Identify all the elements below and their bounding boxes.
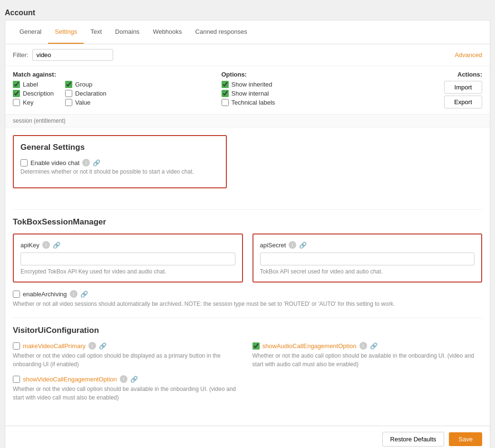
archiving-section: enableArchiving i 🔗 Whether or not all v… bbox=[13, 290, 482, 308]
breadcrumb: session (entitlement) bbox=[5, 115, 490, 127]
api-secret-info-icon[interactable]: i bbox=[289, 241, 296, 249]
tab-text[interactable]: Text bbox=[84, 20, 108, 44]
match-key-text: Key bbox=[23, 99, 33, 106]
match-value-text: Value bbox=[75, 99, 90, 106]
enable-video-chat-item: Enable video chat i 🔗 Determines whether… bbox=[20, 159, 219, 175]
show-video-engagement-desc: Whether or not the video call option sho… bbox=[13, 385, 243, 402]
enable-video-chat-checkbox[interactable] bbox=[20, 159, 28, 166]
save-button[interactable]: Save bbox=[449, 432, 482, 446]
tokbox-fields-grid: apiKey i 🔗 Encrypted TokBox API Key used… bbox=[13, 234, 482, 282]
technical-labels-text: Technical labels bbox=[232, 99, 275, 106]
make-video-primary-item: makeVideoCallPrimary i 🔗 Whether or not … bbox=[13, 342, 243, 369]
archiving-checkbox[interactable] bbox=[13, 291, 20, 298]
make-video-primary-checkbox[interactable] bbox=[13, 342, 20, 350]
api-key-desc: Encrypted TokBox API Key used for video … bbox=[20, 268, 235, 275]
api-secret-link-icon[interactable]: 🔗 bbox=[299, 242, 307, 249]
enable-video-chat-info-icon[interactable]: i bbox=[82, 159, 90, 166]
archiving-desc: Whether or not all video sessions should… bbox=[13, 300, 482, 308]
show-audio-engagement-item: showAudioCallEngagementOption i 🔗 Whethe… bbox=[252, 342, 483, 369]
restore-defaults-button[interactable]: Restore Defaults bbox=[382, 432, 445, 447]
api-key-info-icon[interactable]: i bbox=[42, 241, 50, 249]
actions-title: Actions: bbox=[457, 71, 482, 78]
show-video-engagement-checkbox[interactable] bbox=[13, 376, 20, 383]
enable-video-chat-link-icon[interactable]: 🔗 bbox=[93, 159, 100, 166]
show-audio-engagement-checkbox[interactable] bbox=[252, 342, 260, 350]
api-secret-desc: TokBox API secret used for video and aut… bbox=[260, 268, 475, 275]
filter-input[interactable] bbox=[32, 49, 113, 61]
show-audio-engagement-link-icon[interactable]: 🔗 bbox=[370, 342, 378, 350]
show-inherited-text: Show inherited bbox=[232, 81, 272, 88]
export-button[interactable]: Export bbox=[444, 96, 482, 108]
advanced-link[interactable]: Advanced bbox=[455, 51, 482, 58]
enable-video-chat-label: Enable video chat bbox=[30, 159, 79, 166]
options-title: Options: bbox=[222, 71, 430, 78]
show-audio-engagement-desc: Whether or not the autio call option sho… bbox=[252, 351, 483, 369]
api-secret-input[interactable] bbox=[260, 253, 475, 265]
show-audio-engagement-info-icon[interactable]: i bbox=[359, 342, 367, 350]
archiving-label-text: enableArchiving bbox=[23, 291, 67, 298]
show-video-engagement-item: showVideoCallEngagementOption i 🔗 Whethe… bbox=[13, 375, 243, 402]
match-label-text: Label bbox=[23, 81, 38, 88]
show-internal-checkbox[interactable] bbox=[222, 90, 229, 97]
visitor-section: VisitorUiConfiguration makeVideoCallPrim… bbox=[13, 326, 482, 409]
show-video-engagement-label: showVideoCallEngagementOption bbox=[23, 376, 117, 383]
match-key-checkbox[interactable] bbox=[13, 99, 20, 106]
match-value-checkbox[interactable] bbox=[65, 99, 72, 106]
filter-bar: Filter: Advanced bbox=[5, 44, 490, 66]
options-bar: Match against: Label Description bbox=[5, 66, 490, 115]
api-key-box: apiKey i 🔗 Encrypted TokBox API Key used… bbox=[13, 234, 243, 282]
show-internal-text: Show internal bbox=[232, 90, 269, 97]
general-settings-box: General Settings Enable video chat i 🔗 D… bbox=[13, 135, 227, 188]
match-description-checkbox[interactable] bbox=[13, 90, 20, 97]
footer: Restore Defaults Save bbox=[5, 426, 490, 448]
archiving-link-icon[interactable]: 🔗 bbox=[80, 291, 88, 298]
make-video-primary-link-icon[interactable]: 🔗 bbox=[99, 342, 107, 350]
show-audio-engagement-label: showAudioCallEngagementOption bbox=[262, 342, 357, 350]
tab-settings[interactable]: Settings bbox=[48, 20, 84, 44]
technical-labels-checkbox[interactable] bbox=[222, 99, 229, 106]
api-secret-label: apiSecret bbox=[260, 242, 286, 249]
match-label-checkbox[interactable] bbox=[13, 81, 20, 88]
filter-label: Filter: bbox=[13, 51, 29, 58]
settings-scroll-area[interactable]: General Settings Enable video chat i 🔗 D… bbox=[5, 127, 490, 426]
general-settings-section: General Settings Enable video chat i 🔗 D… bbox=[13, 135, 482, 198]
api-key-input[interactable] bbox=[20, 253, 235, 265]
make-video-primary-desc: Whether or not the video call option sho… bbox=[13, 351, 243, 369]
general-settings-title: General Settings bbox=[20, 143, 219, 152]
tab-domains[interactable]: Domains bbox=[108, 20, 146, 44]
match-description-text: Description bbox=[23, 90, 54, 97]
match-group-checkbox[interactable] bbox=[65, 81, 72, 88]
match-declaration-checkbox[interactable] bbox=[65, 90, 72, 97]
tab-canned-responses[interactable]: Canned responses bbox=[189, 20, 254, 44]
tokbox-title: TokBoxSessionManager bbox=[13, 217, 482, 227]
archiving-info-icon[interactable]: i bbox=[70, 290, 78, 298]
show-inherited-checkbox[interactable] bbox=[222, 81, 229, 88]
make-video-primary-label: makeVideoCallPrimary bbox=[23, 342, 86, 350]
tab-webhooks[interactable]: Webhooks bbox=[146, 20, 188, 44]
show-video-engagement-info-icon[interactable]: i bbox=[120, 375, 127, 383]
account-title: Account bbox=[5, 5, 490, 20]
visitor-title: VisitorUiConfiguration bbox=[13, 326, 482, 335]
match-against-title: Match against: bbox=[13, 71, 222, 78]
api-secret-box: apiSecret i 🔗 TokBox API secret used for… bbox=[252, 234, 483, 282]
tab-general[interactable]: General bbox=[13, 20, 48, 44]
api-key-label: apiKey bbox=[20, 242, 39, 249]
make-video-primary-info-icon[interactable]: i bbox=[88, 342, 96, 350]
visitor-grid: makeVideoCallPrimary i 🔗 Whether or not … bbox=[13, 342, 482, 409]
enable-video-chat-desc: Determines whether or not it should be p… bbox=[20, 168, 219, 175]
show-video-engagement-link-icon[interactable]: 🔗 bbox=[130, 376, 138, 383]
import-button[interactable]: Import bbox=[444, 81, 482, 94]
tabs-bar: General Settings Text Domains Webhooks C… bbox=[5, 20, 490, 44]
api-key-link-icon[interactable]: 🔗 bbox=[53, 242, 60, 249]
match-declaration-text: Declaration bbox=[75, 90, 107, 97]
match-group-text: Group bbox=[75, 81, 92, 88]
tokbox-section: TokBoxSessionManager apiKey i 🔗 Encrypte… bbox=[13, 217, 482, 308]
